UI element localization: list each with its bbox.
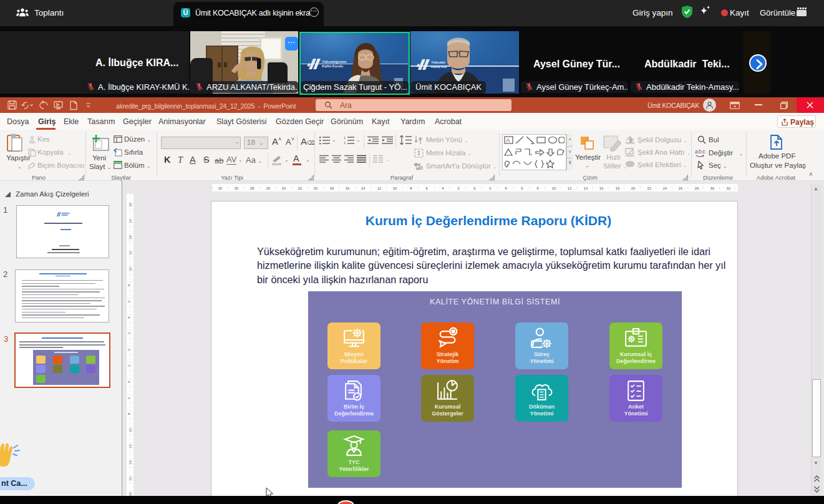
- svg-text:Kalite Kurulu: Kalite Kurulu: [322, 64, 344, 68]
- svg-text:A: A: [507, 137, 510, 143]
- svg-text:2: 2: [344, 141, 346, 145]
- svg-text:1: 1: [344, 136, 346, 140]
- svg-text:b: b: [699, 148, 702, 155]
- svg-text:c: c: [702, 148, 705, 155]
- svg-text:A: A: [419, 137, 422, 141]
- svg-text:a: a: [695, 148, 698, 155]
